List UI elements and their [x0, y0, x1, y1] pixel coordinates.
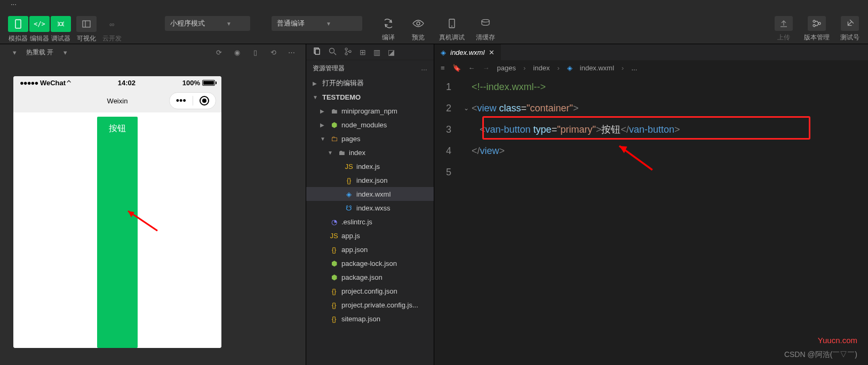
tree-item[interactable]: {}app.json [306, 242, 434, 256]
tree-item[interactable]: ☋index.wxss [306, 201, 434, 215]
close-icon[interactable]: ✕ [489, 48, 495, 56]
compile-mode-select[interactable]: 普通编译▼ [272, 16, 362, 31]
mode-select[interactable]: 小程序模式▼ [165, 16, 250, 31]
simulator-toggle[interactable] [8, 16, 28, 32]
tree-item-active[interactable]: ◈index.wxml [306, 187, 434, 201]
capsule-menu[interactable]: ••• [170, 93, 193, 109]
tree-item[interactable]: {}sitemap.json [306, 312, 434, 326]
folder-icon: 🖿 [337, 149, 346, 157]
editor-panel: ◈ index.wxml ✕ ≡ 🔖 ← → pages› index› ◈ i… [434, 44, 868, 365]
more-icon[interactable]: ⋯ [285, 48, 298, 56]
chevron-right-icon: ▶ [320, 108, 327, 114]
visual-toggle[interactable] [76, 16, 97, 32]
forward-icon[interactable]: → [483, 64, 490, 72]
cloud-toggle[interactable]: ∞ [102, 16, 122, 32]
git-icon[interactable] [344, 47, 352, 57]
test-button[interactable] [841, 16, 859, 31]
tree-item[interactable]: {}project.private.config.js... [306, 298, 434, 312]
stop-icon[interactable]: ◉ [230, 48, 243, 56]
upload-button[interactable] [775, 16, 793, 31]
dropdown-icon[interactable]: ▾ [8, 48, 21, 56]
docker-icon[interactable]: ◪ [388, 48, 395, 56]
wxml-icon: ◈ [441, 48, 446, 56]
svg-rect-0 [15, 20, 21, 28]
tree-item[interactable]: ⬢package.json [306, 270, 434, 284]
wifi-icon: ⌵ [67, 79, 71, 87]
svg-rect-12 [315, 49, 320, 54]
tree-item[interactable]: JSapp.js [306, 229, 434, 242]
line-numbers: 1 2 3 4 5 [434, 76, 461, 183]
tree-item[interactable]: ▼🖿index [306, 145, 434, 159]
svg-rect-2 [83, 21, 90, 27]
tree-item[interactable]: ⬢package-lock.json [306, 256, 434, 270]
code-content[interactable]: <!--index.wxml--> <view class="container… [472, 76, 868, 183]
svg-point-4 [417, 22, 420, 25]
tree-item[interactable]: {}index.json [306, 173, 434, 187]
svg-point-6 [451, 26, 452, 27]
wxml-icon: ◈ [567, 64, 572, 72]
target-icon [200, 96, 209, 106]
tree-item[interactable]: ▼🗀pages [306, 132, 434, 145]
preview-button[interactable] [411, 16, 426, 31]
chevron-right-icon: ▶ [320, 122, 327, 128]
visual-group: 可视化 [76, 16, 97, 43]
open-editors-section[interactable]: ▶打开的编辑器 [306, 76, 434, 90]
tree-item[interactable]: ▶⬢node_modules [306, 118, 434, 132]
fold-icon[interactable]: ⌄ [461, 98, 472, 119]
svg-point-9 [813, 25, 815, 27]
svg-point-16 [345, 53, 347, 55]
files-icon[interactable] [313, 47, 321, 57]
simulator-toolbar: ▾ 热重载 开 ▾ ⟳ ◉ ▯ ⟲ ⋯ [0, 44, 306, 60]
tab-active[interactable]: ◈ index.wxml ✕ [434, 44, 501, 60]
code-editor[interactable]: 1 2 3 4 5 ⌄ <!--index.wxml--> <view clas… [434, 75, 868, 183]
svg-point-7 [482, 20, 489, 22]
device-icon[interactable]: ▯ [249, 48, 261, 56]
chevron-down-icon: ▼ [326, 21, 331, 27]
debugger-toggle[interactable] [51, 16, 71, 32]
signal-icon: ●●●●● [20, 79, 38, 87]
toc-icon[interactable]: ≡ [441, 64, 445, 72]
clock: 14:02 [71, 79, 182, 87]
svg-point-1 [59, 22, 62, 26]
main-toolbar: </> 模拟器 编辑器 调试器 可视化 ∞ 云开发 小程序模式▼ 普通编译▼ 编… [0, 10, 868, 44]
phone-simulator: ●●●●● WeChat ⌵ 14:02 100% Weixin ••• 按钮 [13, 76, 221, 348]
panel-icon[interactable]: ▥ [373, 48, 380, 56]
tree-item[interactable]: {}project.config.json [306, 284, 434, 298]
watermark: Yuucn.com [818, 336, 857, 345]
editor-toggle[interactable]: </> [29, 16, 50, 32]
bookmark-icon[interactable]: 🔖 [452, 64, 461, 72]
debugger-label: 调试器 [51, 34, 71, 43]
hot-reload-label[interactable]: 热重载 开 [26, 48, 53, 57]
cloud-group: ∞ 云开发 [102, 16, 122, 43]
rotate-icon[interactable]: ⟲ [267, 48, 280, 56]
simulator-label: 模拟器 [8, 34, 28, 43]
breadcrumb-bar: ≡ 🔖 ← → pages› index› ◈ index.wxml› ... [434, 60, 868, 75]
battery-label: 100% [182, 79, 200, 87]
back-icon[interactable]: ← [468, 64, 475, 72]
js-icon: JS [345, 163, 353, 171]
primary-button[interactable]: 按钮 [97, 117, 138, 348]
tree-item[interactable]: JSindex.js [306, 159, 434, 173]
version-button[interactable] [808, 16, 826, 31]
chevron-down-icon: ▼ [226, 21, 232, 27]
search-icon[interactable] [329, 47, 337, 57]
ext-icon[interactable]: ⊞ [360, 48, 366, 56]
eslint-icon: ◔ [330, 218, 338, 226]
remote-debug-button[interactable] [444, 16, 459, 31]
menu-bar: ··· [0, 0, 868, 10]
cloud-icon: ∞ [109, 20, 114, 28]
tab-label: index.wxml [450, 48, 484, 56]
chevron-down-icon[interactable]: ▾ [59, 48, 71, 56]
refresh-icon[interactable]: ⟳ [212, 48, 225, 56]
json-icon: {} [330, 315, 338, 323]
fold-gutter: ⌄ [461, 76, 472, 183]
editor-tabs: ◈ index.wxml ✕ [434, 44, 868, 60]
compile-button[interactable] [381, 16, 396, 31]
chevron-down-icon: ▼ [313, 94, 319, 100]
clear-cache-button[interactable] [478, 16, 493, 31]
more-icon[interactable]: … [421, 64, 427, 72]
tree-item[interactable]: ▶🖿miniprogram_npm [306, 104, 434, 118]
capsule-close[interactable] [193, 93, 216, 109]
tree-item[interactable]: ◔.eslintrc.js [306, 215, 434, 229]
project-root[interactable]: ▼TESTDEMO [306, 90, 434, 104]
